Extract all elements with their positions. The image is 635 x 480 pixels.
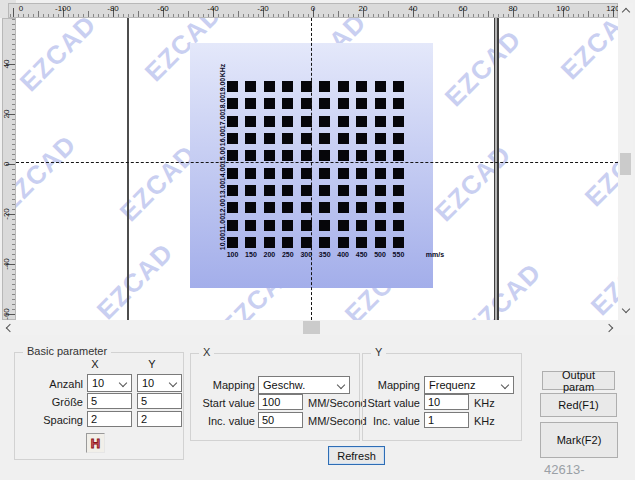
ezcad-watermark: EZCAD (439, 24, 528, 113)
marking-square (338, 237, 349, 248)
marking-square (319, 133, 330, 144)
anzahl-x-value: 10 (92, 377, 104, 389)
horizontal-scrollbar[interactable] (0, 320, 635, 335)
vruler-tick-label: 0 (2, 152, 12, 176)
marking-square (356, 81, 367, 92)
marking-square (338, 185, 349, 196)
ezcad-watermark: EZCAD (16, 18, 103, 98)
marking-square (227, 202, 238, 213)
marking-square (264, 168, 275, 179)
marking-square (375, 150, 386, 161)
scroll-right-icon[interactable] (605, 324, 613, 332)
marking-square (338, 133, 349, 144)
x-inc-value-field[interactable] (258, 412, 303, 428)
marking-square (264, 220, 275, 231)
hruler-tick-label: -20 (251, 4, 275, 13)
horizontal-ruler: 0-100-80-60-40-20020406080100120 (8, 3, 618, 18)
mark-f2-button[interactable]: Mark(F2) (540, 422, 618, 458)
marking-square (264, 237, 275, 248)
vertical-scrollbar-thumb[interactable] (620, 153, 631, 175)
marking-square (264, 81, 275, 92)
marking-square (338, 150, 349, 161)
marking-square (319, 202, 330, 213)
hatch-icon[interactable]: H (86, 433, 105, 453)
marking-square (282, 116, 293, 127)
y-inc-value-field[interactable] (424, 412, 469, 428)
red-f1-button[interactable]: Red(F1) (540, 393, 617, 417)
marking-square (356, 202, 367, 213)
marking-square (227, 116, 238, 127)
marking-square (245, 81, 256, 92)
horizontal-scrollbar-thumb[interactable] (303, 321, 320, 334)
x-axis-tick-label: 550 (385, 251, 411, 258)
marking-square (319, 81, 330, 92)
marking-square (245, 220, 256, 231)
chevron-down-icon[interactable] (119, 379, 127, 387)
hruler-tick-label: 80 (501, 4, 525, 13)
hruler-tick-label: -40 (201, 4, 225, 13)
crosshair-vertical-line (311, 18, 312, 320)
marking-square (338, 81, 349, 92)
vertical-scrollbar[interactable] (618, 3, 633, 320)
groesse-label: Größe (20, 396, 83, 408)
canvas-viewport[interactable]: EZCADEZCADEZCADEZCADEZCADEZCADEZCADEZCAD… (16, 18, 618, 320)
x-mapping-label: Mapping (150, 379, 255, 391)
field-boundary-left-line (127, 18, 129, 320)
marking-square (282, 185, 293, 196)
hruler-tick-label: 100 (551, 4, 575, 13)
y-inc-unit-label: KHz (474, 415, 495, 427)
marking-square (356, 237, 367, 248)
stock-photo-id: 42613-4122483 (544, 462, 635, 480)
marking-square (245, 202, 256, 213)
groesse-x-field[interactable] (87, 393, 132, 409)
ezcad-watermark: EZCAD (579, 124, 618, 213)
marking-square (282, 237, 293, 248)
marking-square (227, 168, 238, 179)
y-inc-value-label: Inc. value (330, 415, 420, 427)
marking-square (319, 116, 330, 127)
marking-square (375, 81, 386, 92)
refresh-button[interactable]: Refresh (328, 446, 385, 465)
marking-square (319, 168, 330, 179)
marking-square (393, 202, 404, 213)
y-start-value-field[interactable] (424, 394, 469, 410)
marking-square (393, 220, 404, 231)
marking-square (282, 202, 293, 213)
marking-square (227, 185, 238, 196)
scroll-left-icon[interactable] (6, 324, 14, 332)
marking-square (227, 98, 238, 109)
scroll-up-icon[interactable] (622, 8, 630, 16)
chevron-down-icon[interactable] (501, 381, 509, 389)
marking-square (338, 220, 349, 231)
anzahl-x-combobox[interactable]: 10 (87, 374, 132, 392)
scroll-down-icon[interactable] (622, 305, 630, 313)
marking-square (245, 168, 256, 179)
y-mapping-combobox[interactable]: Frequenz (424, 376, 514, 394)
marking-square (356, 168, 367, 179)
marking-square (393, 185, 404, 196)
marking-square (319, 98, 330, 109)
marking-grid[interactable] (227, 81, 404, 248)
y-start-unit-label: KHz (474, 397, 495, 409)
y-group-title: Y (371, 346, 386, 358)
marking-square (356, 116, 367, 127)
y-mapping-value: Frequenz (429, 379, 475, 391)
basic-parameter-title: Basic parameter (23, 345, 111, 357)
x-inc-value-label: Inc. value (150, 415, 255, 427)
marking-square (375, 185, 386, 196)
ezcad-watermark: EZCAD (555, 18, 618, 86)
marking-square (338, 202, 349, 213)
x-start-value-field[interactable] (258, 394, 303, 410)
vruler-tick-label: -20 (2, 202, 12, 226)
hruler-tick-label: 20 (351, 4, 375, 13)
marking-square (227, 150, 238, 161)
marking-square (319, 220, 330, 231)
marking-square (245, 116, 256, 127)
hruler-tick-label: 0 (9, 4, 33, 13)
marking-square (338, 168, 349, 179)
vruler-tick-label: 40 (2, 52, 12, 76)
spacing-x-field[interactable] (87, 411, 132, 427)
output-param-button[interactable]: Output param (542, 371, 615, 390)
hruler-tick-label: -100 (51, 4, 75, 13)
marking-square (393, 81, 404, 92)
